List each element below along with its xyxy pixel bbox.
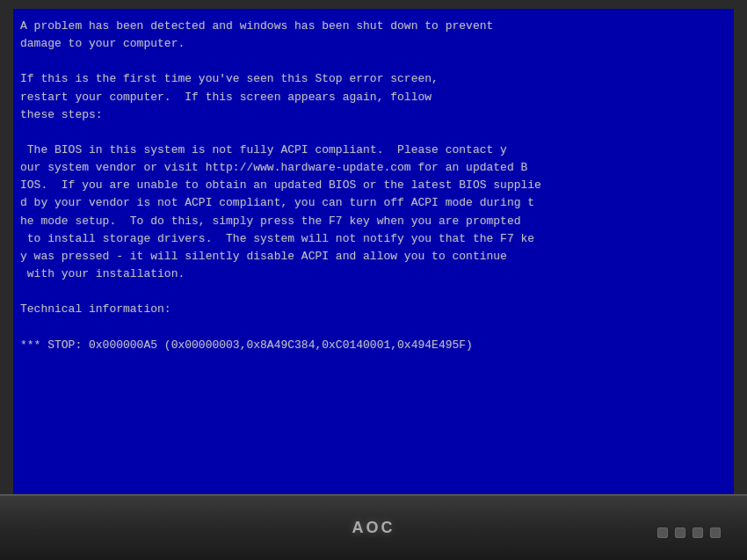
monitor: A problem has been detected and windows … xyxy=(0,0,747,560)
monitor-button-1[interactable] xyxy=(657,527,668,538)
bsod-content: A problem has been detected and windows … xyxy=(20,18,727,354)
monitor-button-4[interactable] xyxy=(710,527,721,538)
monitor-button-2[interactable] xyxy=(675,527,685,538)
bsod-screen: A problem has been detected and windows … xyxy=(13,9,734,501)
monitor-controls xyxy=(657,527,721,538)
monitor-brand-label: AOC xyxy=(352,519,395,537)
monitor-button-3[interactable] xyxy=(693,527,703,538)
monitor-bezel-bottom: AOC xyxy=(0,494,747,560)
